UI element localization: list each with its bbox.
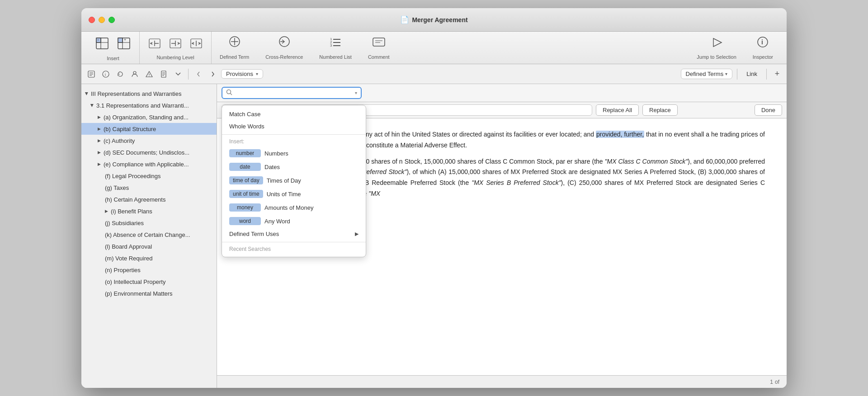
sidebar-item-label: (i) Benefit Plans bbox=[111, 208, 152, 215]
sidebar-item-label: (k) Absence of Certain Change... bbox=[105, 231, 190, 238]
triangle-icon: ▶ bbox=[98, 138, 101, 143]
sidebar-item-g[interactable]: (g) Taxes bbox=[81, 182, 217, 193]
svg-point-39 bbox=[103, 71, 109, 77]
sidebar-item-label: (e) Compliance with Applicable... bbox=[104, 161, 189, 168]
sidebar-item-n[interactable]: (n) Properties bbox=[81, 264, 217, 276]
cross-reference-button[interactable]: Cross-Reference bbox=[257, 32, 311, 64]
add-button[interactable]: + bbox=[771, 68, 783, 80]
sidebar-item-o[interactable]: (o) Intellectual Property bbox=[81, 276, 217, 288]
move-level-button[interactable] bbox=[187, 36, 206, 53]
svg-point-41 bbox=[133, 71, 136, 74]
sidebar-item-p[interactable]: (p) Environmental Matters bbox=[81, 288, 217, 299]
sidebar-item-b[interactable]: ▶ (b) Capital Structure bbox=[81, 123, 217, 135]
sidebar-item-f[interactable]: (f) Legal Proceedings bbox=[81, 170, 217, 182]
sidebar-item-label: (c) Authority bbox=[104, 137, 135, 144]
nav-people-icon[interactable] bbox=[128, 68, 141, 80]
insert-section-button[interactable]: + bbox=[114, 35, 134, 54]
cross-reference-icon bbox=[277, 36, 292, 52]
insert-table-button[interactable]: + bbox=[92, 35, 112, 54]
indent-button[interactable] bbox=[166, 36, 185, 53]
content-pane: ▾ Match Case Whole Words Insert: number … bbox=[217, 84, 787, 388]
sidebar-item-k[interactable]: (k) Absence of Certain Change... bbox=[81, 229, 217, 240]
defined-term-icon bbox=[227, 36, 242, 52]
insert-group: + + Insert bbox=[87, 32, 140, 64]
token-unit-option[interactable]: unit of time Units of Time bbox=[222, 187, 366, 201]
whole-words-option[interactable]: Whole Words bbox=[222, 120, 366, 132]
outdent-button[interactable] bbox=[145, 36, 164, 53]
nav-separator-2 bbox=[737, 69, 737, 80]
numbered-list-label: Numbered List bbox=[319, 54, 352, 60]
nav-info-icon[interactable]: i bbox=[99, 68, 112, 80]
close-button[interactable] bbox=[89, 17, 95, 23]
token-time-option[interactable]: time of day Times of Day bbox=[222, 174, 366, 187]
token-money-option[interactable]: money Amounts of Money bbox=[222, 201, 366, 214]
search-input[interactable] bbox=[235, 90, 352, 96]
sidebar-item-a[interactable]: ▶ (a) Organization, Standing and... bbox=[81, 111, 217, 123]
numbering-level-label: Numbering Level bbox=[156, 55, 194, 60]
search-options-chevron-icon[interactable]: ▾ bbox=[355, 90, 357, 95]
svg-point-44 bbox=[149, 75, 149, 76]
nav-list-icon[interactable] bbox=[85, 68, 98, 80]
window-title: 📄 Merger Agreement bbox=[400, 15, 467, 24]
move-level-icon bbox=[190, 38, 203, 51]
defined-terms-label: Defined Terms bbox=[686, 71, 724, 77]
number-token-label: Numbers bbox=[264, 150, 288, 157]
defined-terms-chevron-icon: ▾ bbox=[725, 71, 727, 76]
svg-rect-29 bbox=[373, 38, 385, 46]
svg-text:i: i bbox=[105, 72, 106, 77]
sidebar-item-l[interactable]: (l) Board Approval bbox=[81, 240, 217, 252]
minimize-button[interactable] bbox=[99, 17, 105, 23]
jump-to-selection-icon bbox=[709, 36, 724, 52]
sidebar-item-j[interactable]: (j) Subsidiaries bbox=[81, 217, 217, 229]
insert-section-icon: + bbox=[117, 37, 131, 52]
defined-term-uses-option[interactable]: Defined Term Uses ▶ bbox=[222, 228, 366, 240]
maximize-button[interactable] bbox=[108, 17, 115, 23]
sidebar-item-m[interactable]: (m) Vote Required bbox=[81, 252, 217, 264]
unit-token-label: Units of Time bbox=[267, 191, 301, 198]
triangle-icon: ▶ bbox=[98, 127, 101, 131]
sidebar-item-d[interactable]: ▶ (d) SEC Documents; Undisclos... bbox=[81, 146, 217, 158]
sidebar-item-label: (b) Capital Structure bbox=[104, 126, 156, 132]
submenu-arrow-icon: ▶ bbox=[355, 231, 359, 237]
provisions-breadcrumb[interactable]: Provisions ▾ bbox=[221, 69, 263, 79]
token-number-option[interactable]: number Numbers bbox=[222, 146, 366, 160]
numbered-list-button[interactable]: 1 2 3 Numbered List bbox=[311, 32, 360, 64]
defined-terms-dropdown[interactable]: Defined Terms ▾ bbox=[681, 69, 733, 79]
main-toolbar: + + Insert bbox=[81, 32, 787, 64]
comment-button[interactable]: Comment bbox=[360, 32, 398, 64]
token-word-option[interactable]: word Any Word bbox=[222, 214, 366, 228]
done-button[interactable]: Done bbox=[755, 104, 782, 116]
jump-to-selection-label: Jump to Selection bbox=[697, 54, 736, 60]
svg-text:3: 3 bbox=[330, 43, 332, 47]
token-date-option[interactable]: date Dates bbox=[222, 160, 366, 174]
triangle-icon: ▶ bbox=[98, 115, 101, 119]
match-case-option[interactable]: Match Case bbox=[222, 108, 366, 120]
sidebar-item-iii-representations[interactable]: ▶ III Representations and Warranties bbox=[81, 88, 217, 99]
nav-forward-button[interactable] bbox=[207, 68, 219, 80]
triangle-icon: ▶ bbox=[90, 104, 94, 107]
nav-warning-icon[interactable] bbox=[143, 68, 156, 80]
jump-to-selection-button[interactable]: Jump to Selection bbox=[689, 32, 744, 64]
inspector-icon: i bbox=[755, 36, 770, 52]
page-of-label: of bbox=[775, 379, 779, 385]
sidebar-item-c[interactable]: ▶ (c) Authority bbox=[81, 135, 217, 146]
sidebar-item-label: (n) Properties bbox=[105, 267, 141, 273]
sidebar-item-i[interactable]: ▶ (i) Benefit Plans bbox=[81, 205, 217, 217]
sidebar-item-e[interactable]: ▶ (e) Compliance with Applicable... bbox=[81, 158, 217, 170]
defined-term-button[interactable]: Defined Term bbox=[212, 32, 257, 64]
nav-back-button[interactable] bbox=[192, 68, 205, 80]
numbered-list-icon: 1 2 3 bbox=[328, 36, 343, 52]
main-content: ▶ III Representations and Warranties ▶ 3… bbox=[81, 84, 787, 388]
inspector-button[interactable]: i Inspector bbox=[745, 32, 781, 64]
nav-refresh-icon[interactable] bbox=[114, 68, 127, 80]
nav-doc-icon[interactable] bbox=[157, 68, 170, 80]
sidebar-item-label: (m) Vote Required bbox=[105, 255, 153, 262]
replace-button[interactable]: Replace bbox=[642, 104, 678, 116]
insert-buttons: + + bbox=[92, 35, 134, 54]
nav-arrow-icon[interactable] bbox=[172, 68, 184, 80]
sidebar-item-h[interactable]: (h) Certain Agreements bbox=[81, 193, 217, 205]
sidebar-item-31[interactable]: ▶ 3.1 Representations and Warranti... bbox=[81, 99, 217, 111]
link-button[interactable]: Link bbox=[742, 69, 762, 79]
replace-all-button[interactable]: Replace All bbox=[596, 104, 639, 116]
document-icon: 📄 bbox=[400, 15, 409, 24]
